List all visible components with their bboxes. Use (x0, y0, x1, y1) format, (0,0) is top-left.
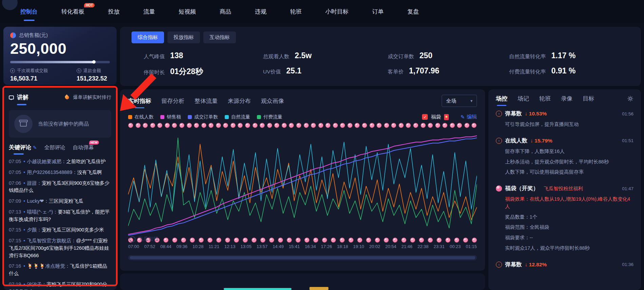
lucky-bag-checkbox[interactable]: ✓ (422, 114, 428, 120)
metric-cell: 自然流量转化率1.17 % (509, 51, 634, 60)
metric-cell: 人气峰值138 (144, 51, 263, 60)
trend-chart (128, 126, 477, 241)
top-nav-items: 控制台转化看板HOT投放流量短视频商品违规轮班小时目标订单复盘 (20, 0, 419, 23)
tab-overall-traffic[interactable]: 整体流量 (195, 97, 218, 105)
nav-item-label: 小时目标 (325, 8, 348, 16)
event-item: ↑弹幕数↓ 12.82%01:36 (496, 261, 633, 268)
event-title: 福袋（开奖） (505, 185, 539, 192)
nav-item[interactable]: 轮班 (290, 0, 302, 23)
watermark: 飞瓜智投 (129, 236, 159, 242)
nav-item[interactable]: 投放 (108, 0, 120, 23)
nav-item[interactable]: 短视频 (179, 0, 196, 23)
top-nav: 控制台转化看板HOT投放流量短视频商品违规轮班小时目标订单复盘 (0, 0, 644, 23)
event-delta: ↓ 15.79% (530, 138, 552, 144)
metrics-panel: 综合指标 投放指标 互动指标 人气峰值138总观看人数2.5w成交订单数250自… (120, 27, 641, 86)
metric-alert-icon: ↑ (496, 138, 502, 144)
tab-overall-metrics[interactable]: 综合指标 (132, 31, 164, 43)
tab-goal[interactable]: 目标 (583, 95, 594, 103)
event-header: ↑在线人数↓ 15.79%01:51 (496, 137, 633, 144)
tab-key-comments[interactable]: 关键评论✎ (9, 144, 37, 151)
red-envelope-icon (444, 114, 449, 120)
sales-sub-metric: ¥ 千次观看成交额 16,503.71 (10, 68, 48, 82)
nav-item[interactable]: 小时目标 (325, 0, 348, 23)
comment-row: 07:09•Lucky❤：三区间宠粉飞瓜 (9, 198, 111, 205)
edit-button[interactable]: ✎ 编辑 (460, 114, 477, 120)
trend-chart-svg (128, 126, 477, 241)
metric-value: 25.1 (286, 66, 302, 75)
comment-user: 甜甜 (27, 180, 37, 186)
comment-colon: ： (44, 198, 49, 204)
legend-swatch (257, 115, 261, 119)
event-title: 弹幕数 (505, 110, 522, 117)
event-delta: ↓ 10.53% (525, 111, 547, 117)
trend-chart-panel: 实时指标 留存分析 整体流量 来源分布 观众画像 全场 ▾ 在线人数销售额成交订… (120, 89, 485, 271)
legend-item: 付费流量 (257, 114, 282, 120)
tab-all-comments[interactable]: 全部评论 (44, 144, 65, 151)
tab-scene-control[interactable]: 场控 (496, 95, 507, 103)
chevron-down-icon: ▾ (470, 98, 472, 103)
comment-colon: ： (61, 159, 66, 164)
tab-realtime-metrics[interactable]: 实时指标 (128, 97, 151, 105)
legend-label: 付费流量 (263, 114, 282, 120)
event-lines: 福袋效果：在线人数从19人,增加19人(0%),峰谷人数变化4人奖品数量：1个福… (505, 196, 633, 252)
chart-scrollbar-thumb[interactable] (130, 256, 475, 259)
event-link[interactable]: 飞瓜智投粉丝福利 (544, 185, 583, 192)
hot-explain-rank-link[interactable]: 爆单讲解实时排行 (73, 94, 111, 101)
metric-value: 1,707.96 (409, 66, 440, 75)
event-title: 在线人数 (505, 137, 527, 144)
tab-shift[interactable]: 轮班 (539, 95, 551, 103)
nav-item[interactable]: 订单 (372, 0, 384, 23)
explain-tab[interactable]: 讲解 (17, 93, 28, 101)
comment-row: 07:16•🍹🍹🍹准点睡觉：飞瓜倍护1箱赠品什么 (9, 263, 111, 277)
chart-tabs: 实时指标 留存分析 整体流量 来源分布 观众画像 (128, 97, 284, 105)
legend-item: 自然流量 (225, 114, 250, 120)
gear-icon[interactable] (627, 95, 633, 102)
event-line: 福袋范围：全民福袋 (505, 224, 633, 231)
event-header: ↑弹幕数↓ 12.82%01:36 (496, 261, 633, 268)
x-axis-label: 10:28 (193, 244, 204, 249)
metric-alert-icon: ↑ (496, 111, 502, 117)
flame-icon (64, 94, 70, 100)
x-axis-label: 15:41 (289, 244, 300, 249)
sales-progress-dot (92, 60, 96, 64)
comment-time: 07:05 (9, 159, 21, 164)
nav-item[interactable]: 流量 (143, 0, 155, 23)
sales-sub-metric: ↻ 退款金额 151,232.52 (77, 68, 107, 82)
comment-text: 之前吃的飞瓜倍护 (66, 159, 105, 164)
nav-item[interactable]: 商品 (220, 0, 231, 23)
tab-interaction-metrics[interactable]: 互动指标 (203, 31, 236, 43)
event-list: ↑弹幕数↓ 10.53%01:56可引导观众扣屏，提升直播间互动↑在线人数↓ 1… (496, 110, 633, 268)
tab-ads-metrics[interactable]: 投放指标 (167, 31, 200, 43)
tab-auto-danmu[interactable]: 自动弹幕 NEW (73, 144, 94, 151)
comment-user: 飞瓜智投官方旗舰店 (27, 238, 71, 243)
metric-cell: 总观看人数2.5w (263, 51, 388, 60)
event-time: 01:36 (622, 262, 633, 267)
tab-retention-analysis[interactable]: 留存分析 (161, 97, 184, 105)
tab-recording[interactable]: 录像 (561, 95, 572, 103)
tab-audience-profile[interactable]: 观众画像 (261, 97, 284, 105)
comment-time: 07:06 (9, 180, 21, 186)
nav-item[interactable]: 违规 (255, 0, 266, 23)
metric-label: UV价值 (263, 68, 281, 75)
x-axis-label: 08:44 (160, 244, 172, 249)
pencil-icon[interactable]: ✎ (33, 145, 37, 150)
tab-scene-log[interactable]: 场记 (518, 95, 529, 103)
metric-cell: 付费流量转化率0.91 % (509, 66, 634, 77)
explain-tab-underline (17, 104, 26, 105)
refund-circle-icon: ↻ (77, 68, 81, 73)
nav-item[interactable]: 复盘 (407, 0, 419, 23)
x-axis-label: 13:57 (257, 244, 268, 249)
tab-label: 自动弹幕 (73, 144, 94, 150)
comment-row: 07:05•小越说她要减肥：之前吃的飞瓜倍护 (9, 158, 111, 165)
nav-item-label: 订单 (372, 8, 384, 16)
time-range-select[interactable]: 全场 ▾ (442, 95, 477, 107)
event-line: 奖品数量：1个 (505, 214, 633, 221)
sub-metric-label: 千次观看成交额 (17, 68, 48, 74)
comment-user: 小越说她要减肥 (27, 159, 61, 164)
lower-panel (120, 273, 485, 290)
nav-item[interactable]: 转化看板HOT (61, 0, 84, 23)
tab-source-distribution[interactable]: 来源分布 (228, 97, 251, 105)
metric-label: 付费流量转化率 (509, 68, 546, 75)
nav-item[interactable]: 控制台 (20, 0, 38, 23)
bottom-sliver-teal (224, 288, 291, 290)
